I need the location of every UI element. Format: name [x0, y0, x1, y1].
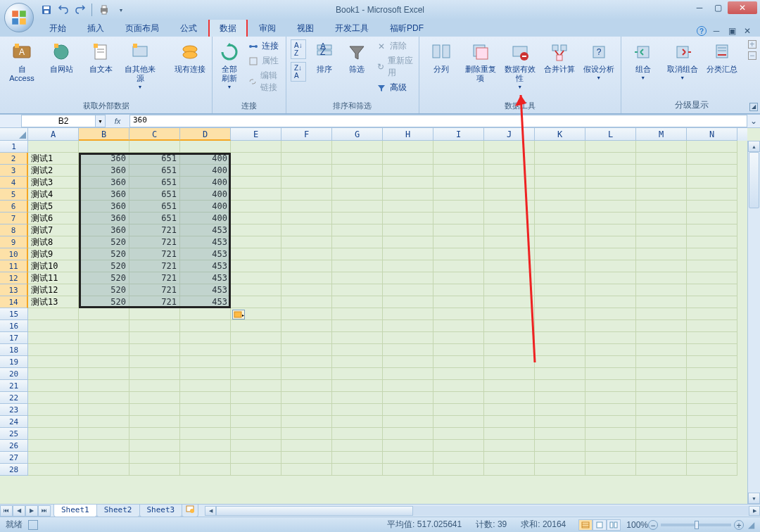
cell[interactable] [535, 284, 585, 296]
cell[interactable] [484, 308, 535, 320]
cell[interactable] [535, 165, 585, 177]
cell[interactable] [28, 368, 79, 380]
cell[interactable] [687, 344, 737, 356]
cell[interactable] [585, 284, 636, 296]
sheet-nav-first-icon[interactable]: ⏮ [0, 505, 13, 517]
cell[interactable] [332, 320, 383, 332]
hide-detail-button[interactable]: − [747, 51, 758, 61]
cell[interactable]: 测试10 [28, 260, 79, 272]
cell[interactable] [484, 213, 535, 224]
sheet-nav-next-icon[interactable]: ▶ [25, 505, 38, 517]
cell[interactable] [636, 141, 687, 153]
cell[interactable] [281, 236, 332, 248]
tab-home[interactable]: 开始 [39, 20, 76, 37]
cell[interactable] [129, 416, 180, 428]
cell[interactable] [585, 392, 636, 404]
cell[interactable] [433, 141, 484, 153]
cell[interactable] [636, 464, 687, 476]
col-header-G[interactable]: G [332, 128, 383, 141]
cell[interactable]: 651 [129, 153, 180, 165]
cell[interactable] [383, 201, 433, 213]
cell[interactable] [79, 380, 129, 392]
cell[interactable] [281, 272, 332, 284]
cell[interactable] [332, 392, 383, 404]
cell[interactable] [129, 344, 180, 356]
view-normal-icon[interactable] [578, 519, 593, 531]
cell[interactable] [180, 440, 231, 452]
cell[interactable]: 721 [129, 272, 180, 284]
subtotal-button[interactable]: 分类汇总 [704, 39, 740, 75]
existing-connections-button[interactable]: 现有连接 [172, 39, 208, 75]
cell[interactable] [231, 440, 281, 452]
cell[interactable] [535, 404, 585, 416]
cell[interactable] [79, 428, 129, 440]
cell[interactable] [687, 404, 737, 416]
cell[interactable] [281, 416, 332, 428]
hscroll-thumb[interactable] [216, 506, 413, 516]
redo-icon[interactable] [73, 3, 87, 17]
cell[interactable]: 453 [180, 260, 231, 272]
cell[interactable] [585, 440, 636, 452]
paste-options-button[interactable]: ▸ [232, 310, 245, 319]
cell[interactable] [332, 308, 383, 320]
cell[interactable] [484, 189, 535, 201]
cell[interactable] [585, 236, 636, 248]
cell[interactable]: 520 [79, 248, 129, 260]
cell[interactable] [28, 440, 79, 452]
cell[interactable] [281, 452, 332, 464]
cell[interactable] [129, 356, 180, 368]
sheet-tab[interactable]: Sheet2 [96, 505, 140, 517]
cell[interactable] [383, 464, 433, 476]
cell[interactable] [433, 284, 484, 296]
scroll-up-icon[interactable]: ▲ [748, 141, 760, 152]
save-icon[interactable] [39, 3, 53, 17]
name-box[interactable]: B2▼ [21, 115, 106, 127]
cell[interactable] [231, 452, 281, 464]
cell[interactable] [129, 141, 180, 153]
view-page-layout-icon[interactable] [593, 519, 607, 531]
cell[interactable] [484, 177, 535, 189]
cell[interactable]: 453 [180, 272, 231, 284]
cell[interactable] [281, 296, 332, 308]
cell[interactable] [383, 332, 433, 344]
row-header[interactable]: 27 [0, 452, 28, 464]
sheet-nav-prev-icon[interactable]: ◀ [13, 505, 25, 517]
cell[interactable] [484, 260, 535, 272]
cell[interactable] [687, 416, 737, 428]
cell[interactable] [484, 153, 535, 165]
cell[interactable] [484, 201, 535, 213]
cell[interactable] [585, 356, 636, 368]
cells-grid[interactable]: 测试1360651400测试2360651400测试3360651400测试43… [28, 141, 737, 476]
col-header-H[interactable]: H [383, 128, 433, 141]
cell[interactable] [180, 380, 231, 392]
cell[interactable] [636, 296, 687, 308]
cell[interactable] [332, 356, 383, 368]
cell[interactable]: 测试11 [28, 272, 79, 284]
cell[interactable]: 360 [79, 165, 129, 177]
cell[interactable] [231, 248, 281, 260]
select-all-corner[interactable] [0, 128, 28, 141]
cell[interactable] [484, 296, 535, 308]
cell[interactable] [636, 320, 687, 332]
cell[interactable] [433, 392, 484, 404]
cell[interactable] [535, 428, 585, 440]
cell[interactable] [332, 272, 383, 284]
print-preview-icon[interactable] [97, 3, 111, 17]
cell[interactable] [484, 380, 535, 392]
cell[interactable] [28, 404, 79, 416]
row-header[interactable]: 23 [0, 404, 28, 416]
cell[interactable] [231, 380, 281, 392]
cell[interactable] [585, 141, 636, 153]
cell[interactable] [535, 296, 585, 308]
cell[interactable] [281, 284, 332, 296]
cell[interactable] [28, 308, 79, 320]
cell[interactable] [484, 440, 535, 452]
cell[interactable] [585, 368, 636, 380]
cell[interactable] [383, 284, 433, 296]
cell[interactable] [180, 141, 231, 153]
cell[interactable]: 520 [79, 260, 129, 272]
cell[interactable] [687, 464, 737, 476]
cell[interactable] [79, 392, 129, 404]
cell[interactable]: 520 [79, 296, 129, 308]
name-box-dropdown-icon[interactable]: ▼ [95, 115, 105, 127]
